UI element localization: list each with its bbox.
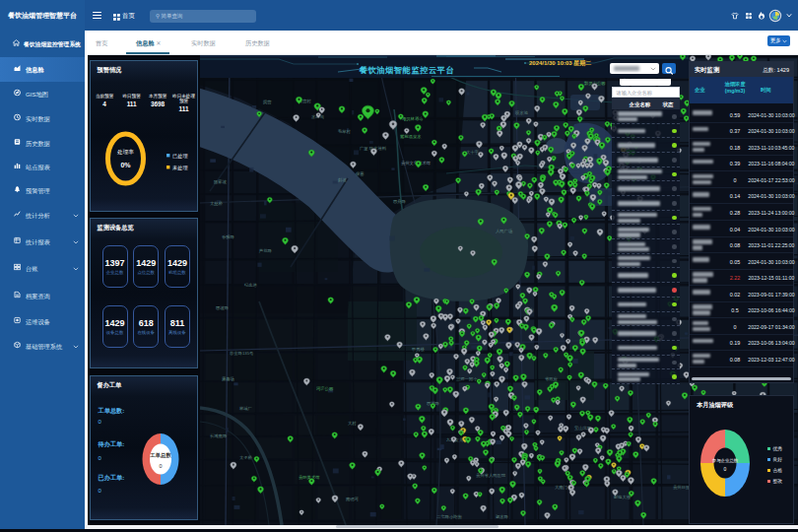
- svg-text:首金路135号: 首金路135号: [229, 351, 254, 356]
- svg-text:0: 0: [159, 463, 162, 469]
- svg-text:大南门: 大南门: [555, 485, 567, 490]
- svg-text:西舟路: 西舟路: [393, 199, 407, 204]
- svg-text:林城厂: 林城厂: [238, 406, 253, 411]
- svg-text:甲秀楼: 甲秀楼: [412, 347, 426, 352]
- svg-text:太子桥: 太子桥: [239, 455, 253, 460]
- svg-text:邮电大楼: 邮电大楼: [614, 495, 632, 499]
- svg-text:贵州日报: 贵州日报: [673, 485, 691, 490]
- svg-text:河滨公园: 河滨公园: [316, 386, 333, 391]
- svg-text:工单总数: 工单总数: [149, 452, 171, 459]
- svg-text:观水路: 观水路: [496, 514, 509, 519]
- svg-text:香狮路: 香狮路: [222, 234, 235, 239]
- svg-text:保寨: 保寨: [356, 171, 365, 176]
- svg-text:0: 0: [724, 466, 727, 472]
- svg-text:已处理: 已处理: [172, 153, 188, 160]
- svg-text:未处理: 未处理: [172, 165, 188, 171]
- svg-text:餐饮油烟智能监控云平台: 餐饮油烟智能监控云平台: [358, 65, 454, 75]
- svg-text:二七路小吃街: 二七路小吃街: [436, 513, 462, 520]
- svg-text:0%: 0%: [120, 162, 131, 168]
- svg-text:团坡路: 团坡路: [216, 305, 230, 310]
- svg-text:长滩南路: 长滩南路: [210, 433, 228, 438]
- svg-text:喷水池: 喷水池: [515, 110, 529, 115]
- svg-text:贵阳美术馆: 贵阳美术馆: [299, 475, 319, 480]
- svg-text:纪念塔: 纪念塔: [244, 283, 258, 288]
- svg-text:南明河: 南明河: [346, 497, 360, 501]
- svg-text:毛草村: 毛草村: [338, 128, 352, 135]
- svg-text:紫苑温泉水: 紫苑温泉水: [400, 134, 422, 139]
- svg-text:太慈桥: 太慈桥: [210, 201, 224, 206]
- svg-text:大十字: 大十字: [466, 150, 480, 155]
- svg-text:省政府: 省政府: [545, 376, 559, 381]
- svg-text:芦花路: 芦花路: [259, 248, 273, 253]
- svg-text:处理率: 处理率: [117, 149, 134, 156]
- svg-text:2024/1/30 10:03 星期二: 2024/1/30 10:03 星期二: [529, 59, 591, 67]
- svg-text:参与企业总数: 参与企业总数: [712, 458, 739, 463]
